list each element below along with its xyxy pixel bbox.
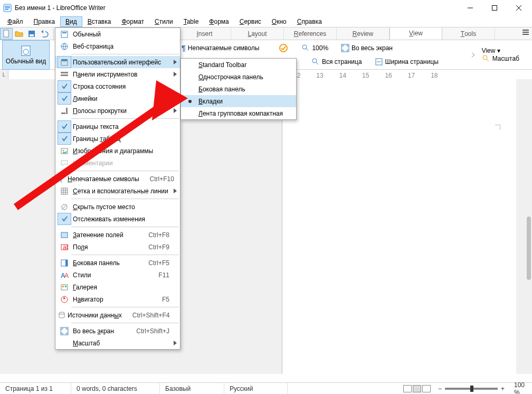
menuitem-сетка-и-вспомогательные-линии[interactable]: Сетка и вспомогательные линии xyxy=(55,185,180,197)
menuitem-комментарии: Комментарии xyxy=(55,157,180,169)
qat-open-button[interactable] xyxy=(13,28,25,40)
status-wordcount[interactable]: 0 words, 0 characters xyxy=(71,383,160,394)
menu-правка[interactable]: Правка xyxy=(28,16,61,27)
tab-tools[interactable]: Tools xyxy=(442,27,495,40)
view-dropdown[interactable]: View▾ xyxy=(479,47,522,54)
menuitem-масштаб[interactable]: Масштаб xyxy=(55,337,180,349)
web-icon xyxy=(60,42,69,51)
zoom-100-button[interactable]: 100% xyxy=(298,44,331,52)
ribbon-chevron-icon[interactable] xyxy=(471,40,476,70)
svg-point-36 xyxy=(63,149,64,151)
menuitem-полосы-прокрутки[interactable]: Полосы прокрутки xyxy=(55,105,180,117)
menuitem-изображения-и-диаграммы[interactable]: Изображения и диаграммы xyxy=(55,145,180,157)
submenuitem-standard-toolbar[interactable]: Standard Toolbar xyxy=(181,59,296,71)
zoom-icon xyxy=(482,54,490,63)
status-zoom[interactable]: 100 % xyxy=(509,383,532,394)
menu-форма[interactable]: Форма xyxy=(204,16,234,27)
ui-submenu: Standard ToolbarОднострочная панельБоков… xyxy=(180,58,297,120)
svg-rect-33 xyxy=(66,108,68,114)
status-language[interactable]: Русский xyxy=(224,383,288,394)
menuitem-скрыть-пустое-место[interactable]: Скрыть пустое место xyxy=(55,201,180,213)
menuitem-границы-текста[interactable]: Границы текста xyxy=(55,120,180,133)
minimize-button[interactable] xyxy=(458,0,482,16)
menu-формат[interactable]: Формат xyxy=(116,16,149,27)
menuitem-источники-данных[interactable]: Источники данныхCtrl+Shift+F4 xyxy=(55,309,180,321)
check-icon xyxy=(62,124,68,129)
svg-rect-47 xyxy=(61,285,68,290)
qat-new-button[interactable] xyxy=(0,28,13,40)
menuitem-поля[interactable]: abПоляCtrl+F9 xyxy=(55,241,180,253)
submenuitem-лента-групповая-компактная[interactable]: Лента групповая компактная xyxy=(181,107,296,119)
check-icon xyxy=(62,216,68,222)
svg-rect-10 xyxy=(30,34,34,36)
menuitem-пользовательский-интерфейс[interactable]: Пользовательский интерфейс xyxy=(55,56,180,68)
menu-справка[interactable]: Справка xyxy=(292,16,327,27)
menuitem-границы-таблиц[interactable]: Границы таблиц xyxy=(55,133,180,145)
tab-references[interactable]: References xyxy=(284,27,337,40)
menuitem-боковая-панель[interactable]: Боковая панельCtrl+F5 xyxy=(55,257,180,269)
view-mode-icons[interactable] xyxy=(403,385,431,392)
status-style[interactable]: Базовый xyxy=(160,383,224,394)
submenuitem-боковая-панель[interactable]: Боковая панель xyxy=(181,83,296,95)
menuitem-затенение-полей[interactable]: Затенение полейCtrl+F8 xyxy=(55,229,180,241)
pagewidth-icon xyxy=(375,58,383,66)
document-page[interactable] xyxy=(282,79,516,374)
menuitem-строка-состояния[interactable]: Строка состояния xyxy=(55,80,180,92)
maximize-button[interactable] xyxy=(482,0,507,16)
svg-text:ab: ab xyxy=(63,243,69,251)
submenu-arrow-icon xyxy=(174,60,177,64)
status-page[interactable]: Страница 1 из 1 xyxy=(0,383,71,394)
highlight-icon[interactable] xyxy=(278,43,289,53)
scrollbar-thumb[interactable] xyxy=(527,217,531,280)
submenuitem-вкладки[interactable]: Вкладки xyxy=(181,95,296,107)
zoom-slider[interactable]: −+ xyxy=(438,385,505,392)
nonprinting-button[interactable]: ¶Непечатаемые символы xyxy=(178,44,262,52)
svg-rect-34 xyxy=(61,112,65,114)
tab-insert[interactable]: Insert xyxy=(178,27,231,40)
menuitem-отслеживать-изменения[interactable]: Отслеживать изменения xyxy=(55,213,180,225)
img-icon xyxy=(60,147,69,155)
scroll-icon xyxy=(60,107,69,115)
normal-view-label: Обычный вид xyxy=(6,58,46,65)
menuitem-обычный[interactable]: Обычный xyxy=(55,28,180,40)
menuitem-панели-инструментов[interactable]: Панели инструментов xyxy=(55,68,180,80)
tab-review[interactable]: Review xyxy=(337,27,390,40)
scale-button[interactable]: Масштаб xyxy=(479,54,522,63)
normal-view-button[interactable]: Обычный вид xyxy=(2,40,50,70)
menu-вставка[interactable]: Вставка xyxy=(82,16,117,27)
page-width-button[interactable]: Ширина страницы xyxy=(372,58,442,66)
menu-сервис[interactable]: Сервис xyxy=(234,16,267,27)
svg-text:¶: ¶ xyxy=(59,176,62,183)
comment-icon xyxy=(60,159,69,167)
svg-rect-1 xyxy=(5,6,10,7)
menuitem-навигатор[interactable]: НавигаторF5 xyxy=(55,293,180,305)
menu-стили[interactable]: Стили xyxy=(149,16,178,27)
submenuitem-однострочная-панель[interactable]: Однострочная панель xyxy=(181,71,296,83)
ruler-toggle[interactable]: L xyxy=(0,70,8,79)
qat-undo-button[interactable] xyxy=(38,28,51,40)
menuitem-веб-страница[interactable]: Веб-страница xyxy=(55,40,180,52)
grid-icon xyxy=(60,187,69,195)
ribbon-menu-icon[interactable] xyxy=(521,29,530,37)
menu-table[interactable]: Table xyxy=(178,16,204,27)
menuitem-непечатаемые-символы[interactable]: ¶Непечатаемые символыCtrl+F10 xyxy=(55,173,180,185)
menuitem-линейки[interactable]: Линейки xyxy=(55,92,180,105)
menu-окно[interactable]: Окно xyxy=(267,16,292,27)
whole-page-button[interactable]: Вся страница xyxy=(308,58,365,66)
app-icon xyxy=(3,4,12,12)
menuitem-стили[interactable]: AAСтилиF11 xyxy=(55,269,180,281)
fullscreen-button[interactable]: Во весь экран xyxy=(338,44,396,52)
window-title: Без имени 1 - LibreOffice Writer xyxy=(15,4,458,12)
qat-save-button[interactable] xyxy=(25,28,38,40)
tab-layout[interactable]: Layout xyxy=(231,27,284,40)
tab-view[interactable]: View xyxy=(390,27,442,40)
view-menu: ОбычныйВеб-страницаПользовательский инте… xyxy=(55,27,180,350)
menu-файл[interactable]: Файл xyxy=(2,16,28,27)
menu-вид[interactable]: Вид xyxy=(60,16,82,27)
svg-point-24 xyxy=(483,55,487,60)
menuitem-галерея[interactable]: Галерея xyxy=(55,281,180,293)
menuitem-во-весь-экран[interactable]: Во весь экранCtrl+Shift+J xyxy=(55,325,180,337)
vertical-scrollbar[interactable] xyxy=(524,79,532,374)
pilcrow-icon: ¶ xyxy=(58,175,66,183)
close-button[interactable] xyxy=(507,0,531,16)
